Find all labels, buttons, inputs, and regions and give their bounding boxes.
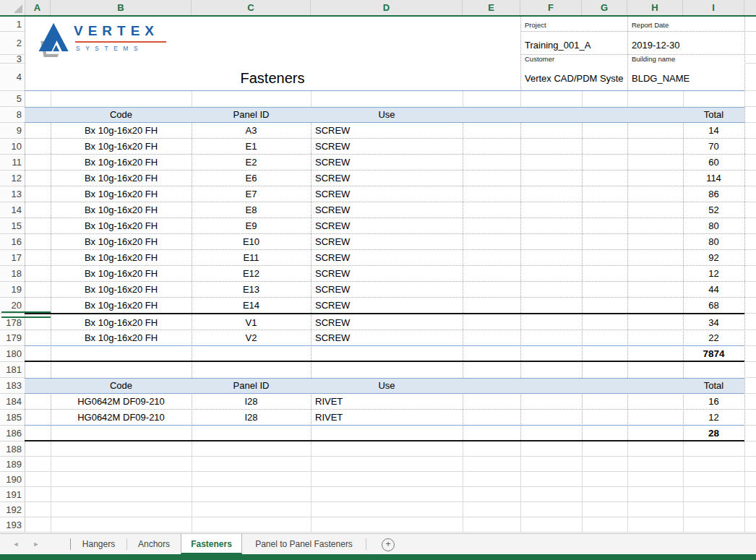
cell-panel[interactable]: E12 <box>192 266 311 282</box>
cell-use[interactable]: SCREW <box>315 123 460 139</box>
cell-total[interactable]: 60 <box>683 155 744 171</box>
report-date-label-cell[interactable]: Report Date <box>632 17 669 32</box>
cell-panel[interactable]: E8 <box>192 202 311 218</box>
cell-panel[interactable]: E11 <box>192 250 311 266</box>
row-header-18[interactable]: 18 <box>0 266 22 282</box>
cell-panel[interactable]: E13 <box>192 282 311 298</box>
cell-use[interactable]: SCREW <box>315 139 460 155</box>
cell-use[interactable]: SCREW <box>315 155 460 171</box>
cell-code[interactable]: Bx 10g-16x20 FH <box>51 155 192 171</box>
cell-total[interactable]: 34 <box>683 315 744 330</box>
row-header-183[interactable]: 183 <box>0 378 22 394</box>
cell-code[interactable]: Bx 10g-16x20 FH <box>51 186 192 202</box>
cell-total[interactable]: 114 <box>683 171 744 186</box>
project-label-cell[interactable]: Project <box>525 17 546 32</box>
table2-header-total[interactable]: Total <box>683 378 744 394</box>
cell-use[interactable]: SCREW <box>315 266 460 282</box>
report-date-value-cell[interactable]: 2019-12-30 <box>632 38 740 53</box>
row-header-14[interactable]: 14 <box>0 202 22 218</box>
table1-header-total[interactable]: Total <box>683 107 744 123</box>
sheet-nav-right-icon[interactable]: ► <box>29 534 43 554</box>
cell-panel[interactable]: A3 <box>192 123 311 139</box>
column-header-C[interactable]: C <box>192 0 311 15</box>
row-header-5[interactable]: 5 <box>0 91 22 107</box>
cell-panel[interactable]: E7 <box>192 186 311 202</box>
row-header-186[interactable]: 186 <box>0 426 22 441</box>
row-header-16[interactable]: 16 <box>0 234 22 250</box>
customer-label-cell[interactable]: Customer <box>525 55 554 64</box>
table2-grand-total-cell[interactable]: 28 <box>683 426 744 441</box>
cell-code[interactable]: HG0642M DF09-210 <box>51 410 192 426</box>
cell-use[interactable]: SCREW <box>315 330 460 346</box>
cell-total[interactable]: 22 <box>683 330 744 346</box>
cell-use[interactable]: RIVET <box>315 410 460 426</box>
table2-header-panel[interactable]: Panel ID <box>192 378 311 394</box>
cell-use[interactable]: SCREW <box>315 202 460 218</box>
sheet-nav-left-icon[interactable]: ◄ <box>9 534 23 554</box>
cell-total[interactable]: 52 <box>683 202 744 218</box>
cell-code[interactable]: Bx 10g-16x20 FH <box>51 123 192 139</box>
sheet-tab-panel-to-panel-fasteners[interactable]: Panel to Panel Fasteners <box>242 534 366 554</box>
cell-use[interactable]: SCREW <box>315 218 460 234</box>
cell-code[interactable]: Bx 10g-16x20 FH <box>51 171 192 186</box>
building-name-value-cell[interactable]: BLDG_NAME <box>632 72 744 86</box>
column-header-G[interactable]: G <box>582 0 627 15</box>
cell-code[interactable]: Bx 10g-16x20 FH <box>51 282 192 298</box>
cell-code[interactable]: Bx 10g-16x20 FH <box>51 250 192 266</box>
sheet-tab-fasteners-active[interactable]: Fasteners <box>181 534 242 554</box>
row-header-15[interactable]: 15 <box>0 218 22 234</box>
row-header-181[interactable]: 181 <box>0 362 22 378</box>
cell-code[interactable]: Bx 10g-16x20 FH <box>51 218 192 234</box>
row-header-13[interactable]: 13 <box>0 186 22 202</box>
sheet-tab-hangers[interactable]: Hangers <box>71 534 126 554</box>
table2-header-code[interactable]: Code <box>51 378 192 394</box>
table2-header-use[interactable]: Use <box>311 378 463 394</box>
cell-total[interactable]: 80 <box>683 218 744 234</box>
customer-value-cell[interactable]: Vertex CAD/PDM Syste <box>525 72 627 86</box>
building-name-label-cell[interactable]: Building name <box>632 55 675 64</box>
cell-panel[interactable]: E2 <box>192 155 311 171</box>
row-header-191[interactable]: 191 <box>0 487 22 502</box>
cell-total[interactable]: 68 <box>683 298 744 314</box>
column-header-E[interactable]: E <box>463 0 520 15</box>
cell-panel[interactable]: I28 <box>192 410 311 426</box>
column-header-D[interactable]: D <box>311 0 463 15</box>
cell-use[interactable]: SCREW <box>315 298 460 314</box>
row-header-184[interactable]: 184 <box>0 394 22 410</box>
row-header-12[interactable]: 12 <box>0 171 22 186</box>
row-header-9[interactable]: 9 <box>0 123 22 139</box>
row-header-8[interactable]: 8 <box>0 107 22 123</box>
table1-header-use[interactable]: Use <box>311 107 463 123</box>
cell-use[interactable]: SCREW <box>315 315 460 330</box>
cell-code[interactable]: HG0642M DF09-210 <box>51 394 192 410</box>
column-header-I[interactable]: I <box>683 0 744 15</box>
row-header-1[interactable]: 1 <box>0 17 22 32</box>
column-header-F[interactable]: F <box>520 0 582 15</box>
row-header-190[interactable]: 190 <box>0 472 22 487</box>
cell-use[interactable]: SCREW <box>315 250 460 266</box>
cell-code[interactable]: Bx 10g-16x20 FH <box>51 202 192 218</box>
cell-panel[interactable]: V1 <box>192 315 311 330</box>
row-header-19[interactable]: 19 <box>0 282 22 298</box>
select-all-corner[interactable] <box>0 0 25 15</box>
column-header-A[interactable]: A <box>25 0 51 15</box>
cell-panel[interactable]: E9 <box>192 218 311 234</box>
row-header-193[interactable]: 193 <box>0 517 22 533</box>
cell-use[interactable]: SCREW <box>315 282 460 298</box>
cell-total[interactable]: 70 <box>683 139 744 155</box>
cell-code[interactable]: Bx 10g-16x20 FH <box>51 315 192 330</box>
cell-total[interactable]: 86 <box>683 186 744 202</box>
table1-header-panel[interactable]: Panel ID <box>192 107 311 123</box>
cell-total[interactable]: 16 <box>683 394 744 410</box>
cell-code[interactable]: Bx 10g-16x20 FH <box>51 234 192 250</box>
row-header-189[interactable]: 189 <box>0 457 22 472</box>
cell-total[interactable]: 12 <box>683 410 744 426</box>
cell-use[interactable]: SCREW <box>315 186 460 202</box>
cell-total[interactable]: 14 <box>683 123 744 139</box>
cell-code[interactable]: Bx 10g-16x20 FH <box>51 139 192 155</box>
cell-panel[interactable]: E1 <box>192 139 311 155</box>
sheet-tab-anchors[interactable]: Anchors <box>127 534 181 554</box>
column-header-H[interactable]: H <box>627 0 683 15</box>
row-header-4[interactable]: 4 <box>0 64 22 91</box>
row-header-17[interactable]: 17 <box>0 250 22 266</box>
